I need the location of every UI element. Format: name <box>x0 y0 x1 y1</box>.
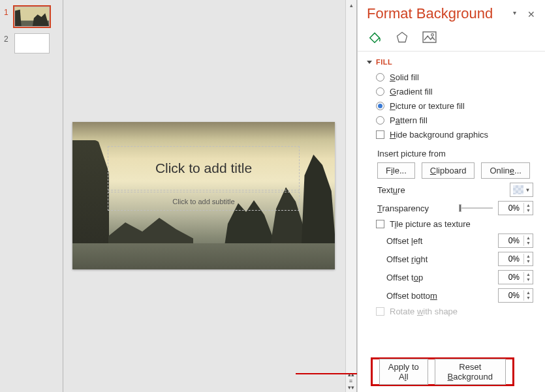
offset-right-input[interactable] <box>499 252 523 265</box>
offset-left-label: Offset left <box>386 236 498 246</box>
option-label: ide background graphics <box>396 130 488 140</box>
tile-picture-option[interactable]: Tile picture as texture <box>376 219 536 229</box>
fill-tab-icon[interactable] <box>367 30 382 44</box>
offset-top-label: Offset top <box>386 273 498 282</box>
checkbox-icon <box>376 307 384 316</box>
spinner-up-icon[interactable]: ▲ <box>523 254 533 259</box>
solid-fill-option[interactable]: Solid fill <box>376 72 536 82</box>
insert-picture-label: Insert picture from <box>377 149 536 158</box>
offset-top-spinner[interactable]: ▲▼ <box>498 270 533 284</box>
reset-background-button[interactable]: Reset Background <box>435 359 506 385</box>
offset-bottom-spinner[interactable]: ▲▼ <box>498 288 533 303</box>
transparency-spinner[interactable]: ▲▼ <box>498 201 533 215</box>
section-header[interactable]: FILL <box>375 58 536 66</box>
option-label: olid fill <box>396 72 419 82</box>
radio-icon[interactable] <box>376 73 384 82</box>
spinner-down-icon[interactable]: ▼ <box>523 295 533 301</box>
svg-rect-3 <box>423 32 436 42</box>
thumbnail-2[interactable]: 2 <box>0 33 63 60</box>
menu-icon[interactable]: ≡ <box>346 378 356 384</box>
clipboard-button[interactable]: Clipboard <box>422 162 475 179</box>
pane-menu-icon[interactable]: ▾ <box>510 9 519 18</box>
option-label: radient fill <box>396 87 433 97</box>
gradient-fill-option[interactable]: Gradient fill <box>376 87 536 97</box>
checkbox-icon[interactable] <box>376 130 384 139</box>
pane-title: Format Background <box>367 5 510 22</box>
title-placeholder[interactable]: Click to add title <box>108 146 300 190</box>
online-button[interactable]: Online... <box>481 162 529 179</box>
vertical-scrollbar[interactable]: ▴ ▴▴ ≡ ▾▾ <box>345 0 356 392</box>
background-image <box>72 243 335 269</box>
option-label: ith shape <box>423 307 458 316</box>
svg-marker-2 <box>397 33 407 42</box>
offset-left-input[interactable] <box>499 234 523 247</box>
thumbnail-preview[interactable] <box>14 33 50 53</box>
spinner-up-icon[interactable]: ▲ <box>523 272 533 277</box>
offset-top-input[interactable] <box>499 271 523 284</box>
next-slide-icon[interactable]: ▾▾ <box>346 384 356 391</box>
texture-swatch-icon <box>513 185 523 194</box>
spinner-up-icon[interactable]: ▲ <box>523 290 533 295</box>
collapse-icon[interactable] <box>367 61 372 64</box>
spinner-down-icon[interactable]: ▼ <box>523 241 533 246</box>
checkbox-icon[interactable] <box>376 220 384 228</box>
radio-icon[interactable] <box>376 87 384 96</box>
apply-to-all-button[interactable]: Apply to All <box>379 359 428 385</box>
transparency-slider[interactable] <box>459 204 493 213</box>
picture-texture-fill-option[interactable]: Picture or texture fill <box>376 101 536 111</box>
spinner-down-icon[interactable]: ▼ <box>523 259 533 264</box>
texture-picker[interactable]: ▼ <box>510 183 533 197</box>
title-placeholder-text: Click to add title <box>155 160 252 176</box>
thumbnail-preview[interactable] <box>14 7 50 27</box>
slide-canvas[interactable]: Click to add title Click to add subtitle <box>72 122 335 269</box>
offset-bottom-input[interactable] <box>499 289 523 302</box>
pane-tabs <box>358 25 545 52</box>
effects-tab-icon[interactable] <box>394 30 410 44</box>
transparency-label: Transparency <box>377 204 454 213</box>
radio-icon[interactable] <box>376 116 384 125</box>
offset-left-spinner[interactable]: ▲▼ <box>498 234 533 248</box>
transparency-input[interactable] <box>499 202 523 215</box>
hide-background-graphics-option[interactable]: Hide background graphics <box>376 130 536 140</box>
option-label: ttern fill <box>400 115 428 125</box>
thumbnail-panel: 1 2 <box>0 0 63 392</box>
spinner-down-icon[interactable]: ▼ <box>523 208 533 213</box>
subtitle-placeholder-text: Click to add subtitle <box>172 198 234 205</box>
radio-icon[interactable] <box>376 102 384 110</box>
fill-section: FILL Solid fill Gradient fill Picture or… <box>358 52 545 316</box>
texture-label: Texture <box>377 185 510 195</box>
thumbnail-1[interactable]: 1 <box>0 7 63 33</box>
footer-button-group: Apply to All Reset Background <box>371 357 514 386</box>
svg-point-4 <box>431 34 434 37</box>
spinner-up-icon[interactable]: ▲ <box>523 203 533 208</box>
file-button[interactable]: File... <box>377 162 415 179</box>
option-label: le picture as texture <box>396 219 470 229</box>
option-label: icture or texture fill <box>396 101 465 111</box>
offset-bottom-label: Offset bottom <box>386 291 498 301</box>
offset-right-label: Offset right <box>386 254 498 264</box>
thumbnail-number: 2 <box>4 33 14 44</box>
picture-tab-icon[interactable] <box>422 30 437 44</box>
pattern-fill-option[interactable]: Pattern fill <box>376 115 536 125</box>
thumbnail-number: 1 <box>4 7 14 17</box>
close-icon[interactable]: ✕ <box>527 9 536 18</box>
chevron-down-icon: ▼ <box>525 187 531 193</box>
scroll-up-icon[interactable]: ▴ <box>346 0 356 11</box>
offset-right-spinner[interactable]: ▲▼ <box>498 252 533 266</box>
format-background-pane: Format Background ▾ ✕ FILL Solid fill <box>357 0 545 392</box>
spinner-down-icon[interactable]: ▼ <box>523 277 533 282</box>
rotate-with-shape-option: Rotate with shape <box>376 307 536 316</box>
slide-editor: Click to add title Click to add subtitle… <box>63 0 357 392</box>
spinner-up-icon[interactable]: ▲ <box>523 235 533 241</box>
section-title: FILL <box>376 58 392 66</box>
subtitle-placeholder[interactable]: Click to add subtitle <box>108 192 300 211</box>
